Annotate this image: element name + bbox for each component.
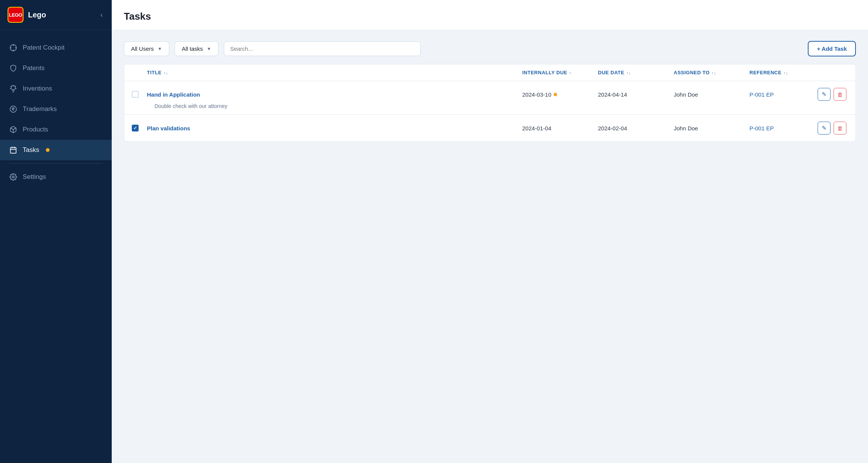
task-subtitle: Double check with our attorney xyxy=(124,103,856,115)
tasks-filter-dropdown[interactable]: All tasks ▼ xyxy=(175,41,219,56)
shield-icon xyxy=(9,64,17,72)
row-actions: ✎ 🗑 xyxy=(818,122,848,135)
internally-due-cell: 2024-03-10 xyxy=(522,91,598,98)
internally-due-cell: 2024-01-04 xyxy=(522,125,598,131)
reference-cell: P-001 EP xyxy=(749,125,818,131)
edit-task-button[interactable]: ✎ xyxy=(818,122,831,135)
crosshair-icon xyxy=(9,44,17,52)
registered-icon xyxy=(9,105,17,113)
lego-logo: LEGO xyxy=(8,7,23,23)
search-input[interactable] xyxy=(224,41,421,56)
svg-point-17 xyxy=(12,176,14,178)
row-checkbox[interactable] xyxy=(132,125,139,131)
col-reference[interactable]: REFERENCE ↑↓ xyxy=(749,70,818,75)
task-title-link[interactable]: Plan validations xyxy=(147,125,522,131)
sort-icon: ↑↓ xyxy=(164,70,168,75)
col-internally-due[interactable]: INTERNALLY DUE ↑ xyxy=(522,70,598,75)
sidebar-divider xyxy=(9,163,103,164)
sidebar-item-label: Products xyxy=(23,126,48,133)
chevron-down-icon: ▼ xyxy=(207,46,211,52)
sidebar-brand: LEGO Lego xyxy=(8,7,46,23)
assigned-to-cell: John Doe xyxy=(674,91,749,98)
assigned-to-cell: John Doe xyxy=(674,125,749,131)
task-table: TITLE ↑↓ INTERNALLY DUE ↑ DUE DATE ↑↓ AS… xyxy=(124,64,856,142)
sidebar-item-label: Tasks xyxy=(23,146,39,154)
add-task-button[interactable]: + Add Task xyxy=(808,41,856,56)
sidebar-item-settings[interactable]: Settings xyxy=(0,167,112,187)
sidebar-item-label: Patent Cockpit xyxy=(23,44,65,52)
content-area: All Users ▼ All tasks ▼ + Add Task TITLE… xyxy=(112,30,868,152)
gear-icon xyxy=(9,173,17,181)
sidebar-item-label: Inventions xyxy=(23,85,52,92)
row-main: Plan validations 2024-01-04 2024-02-04 J… xyxy=(124,115,856,141)
overdue-indicator xyxy=(554,93,557,96)
sidebar-item-label: Patents xyxy=(23,64,45,72)
sidebar-item-label: Settings xyxy=(23,173,46,181)
brand-name: Lego xyxy=(28,11,46,19)
sidebar: LEGO Lego ‹ Patent Cockpit Patents xyxy=(0,0,112,463)
sidebar-item-patents[interactable]: Patents xyxy=(0,58,112,78)
sidebar-nav: Patent Cockpit Patents Inventions xyxy=(0,30,112,463)
sidebar-header: LEGO Lego ‹ xyxy=(0,0,112,30)
sidebar-item-inventions[interactable]: Inventions xyxy=(0,78,112,99)
delete-task-button[interactable]: 🗑 xyxy=(834,122,846,135)
main-content: Tasks All Users ▼ All tasks ▼ + Add Task xyxy=(112,0,868,463)
col-title[interactable]: TITLE ↑↓ xyxy=(147,70,522,75)
task-title-link[interactable]: Hand in Application xyxy=(147,91,522,98)
sort-icon: ↑↓ xyxy=(712,70,716,75)
sidebar-item-products[interactable]: Products xyxy=(0,119,112,140)
sidebar-item-label: Trademarks xyxy=(23,105,57,113)
due-date-cell: 2024-02-04 xyxy=(598,125,674,131)
users-filter-label: All Users xyxy=(131,45,154,52)
table-row: Hand in Application 2024-03-10 2024-04-1… xyxy=(124,81,856,115)
table-header: TITLE ↑↓ INTERNALLY DUE ↑ DUE DATE ↑↓ AS… xyxy=(124,64,856,81)
row-actions: ✎ 🗑 xyxy=(818,88,848,101)
sidebar-item-trademarks[interactable]: Trademarks xyxy=(0,99,112,119)
delete-task-button[interactable]: 🗑 xyxy=(834,88,846,101)
cube-icon xyxy=(9,125,17,134)
chevron-down-icon: ▼ xyxy=(158,46,162,52)
reference-link[interactable]: P-001 EP xyxy=(749,125,774,131)
sort-icon-active: ↑ xyxy=(569,70,571,75)
collapse-sidebar-button[interactable]: ‹ xyxy=(99,9,104,20)
tasks-filter-label: All tasks xyxy=(182,45,203,52)
sort-icon: ↑↓ xyxy=(626,70,631,75)
col-due-date[interactable]: DUE DATE ↑↓ xyxy=(598,70,674,75)
bulb-icon xyxy=(9,84,17,93)
reference-link[interactable]: P-001 EP xyxy=(749,91,774,98)
users-filter-dropdown[interactable]: All Users ▼ xyxy=(124,41,169,56)
row-checkbox[interactable] xyxy=(132,91,139,98)
calendar-icon xyxy=(9,146,17,154)
toolbar: All Users ▼ All tasks ▼ + Add Task xyxy=(124,41,856,56)
sidebar-item-tasks[interactable]: Tasks xyxy=(0,140,112,160)
add-task-label: + Add Task xyxy=(817,45,847,52)
sort-icon: ↑↓ xyxy=(784,70,788,75)
tasks-badge xyxy=(46,148,50,152)
col-assigned-to[interactable]: ASSIGNED TO ↑↓ xyxy=(674,70,749,75)
reference-cell: P-001 EP xyxy=(749,91,818,98)
edit-task-button[interactable]: ✎ xyxy=(818,88,831,101)
due-date-cell: 2024-04-14 xyxy=(598,91,674,98)
page-title: Tasks xyxy=(124,11,856,22)
svg-rect-13 xyxy=(11,147,16,153)
sidebar-item-patent-cockpit[interactable]: Patent Cockpit xyxy=(0,38,112,58)
table-row: Plan validations 2024-01-04 2024-02-04 J… xyxy=(124,115,856,141)
row-main: Hand in Application 2024-03-10 2024-04-1… xyxy=(124,81,856,103)
